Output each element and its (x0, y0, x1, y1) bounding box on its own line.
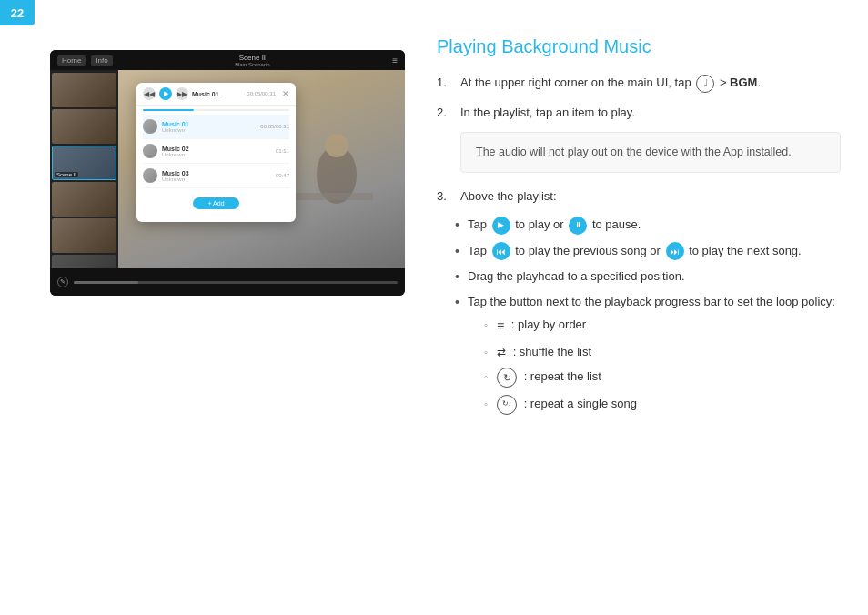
thumb-1[interactable] (52, 73, 116, 107)
popup-close-btn[interactable]: ✕ (282, 89, 289, 98)
song-item-2[interactable]: Music 02 Unknown 01:11 (143, 139, 289, 164)
sub-bullet-3: Drag the playhead to a specified positio… (455, 267, 841, 286)
play-order-icon: ≡ (497, 318, 504, 333)
thumb-3-active[interactable]: Scene II (52, 146, 116, 180)
music-note-icon: ♩ (696, 75, 714, 93)
instruction-2: 2. In the playlist, tap an item to play. (437, 104, 841, 122)
song-name-1: Music 01 (162, 121, 256, 127)
song-name-2: Music 02 (162, 146, 271, 152)
song-info-2: Music 02 Unknown (162, 146, 271, 157)
content-panel: Playing Background Music 1. At the upper… (437, 36, 841, 597)
topbar-left: Home Info (57, 55, 113, 66)
thumb-label: Scene II (55, 172, 78, 177)
home-btn[interactable]: Home (57, 55, 86, 66)
loop-policy-3: ↻ : repeat the list (484, 368, 841, 388)
screenshot-panel: Home Info Scene II Main Scenario ≡ Scene… (50, 50, 405, 296)
svg-point-5 (325, 134, 348, 157)
loop-policy-3-label: : repeat the list (524, 370, 601, 384)
song-duration-1: 00:05/00:31 (260, 124, 289, 129)
play-icon: ▶ (492, 217, 510, 235)
bottom-timeline[interactable] (74, 281, 398, 284)
loop-policy-1-label: : play by order (511, 318, 586, 331)
instruction-list: 1. At the upper right corner on the main… (437, 74, 841, 121)
song-avatar-2 (143, 144, 157, 158)
inst-text-1: At the upper right corner on the main UI… (460, 74, 841, 93)
info-btn[interactable]: Info (91, 55, 112, 66)
sub-bullet-1: Tap ▶ to play or ⏸ to pause. (455, 216, 841, 235)
loop-policy-4: ↻1 : repeat a single song (484, 395, 841, 415)
repeat-one-icon: ↻1 (497, 395, 517, 415)
device-topbar: Home Info Scene II Main Scenario ≡ (50, 50, 405, 70)
music-popup-topbar: ◀◀ ▶ ▶▶ Music 01 00:05/00:31 ✕ (136, 83, 296, 106)
next-icon: ⏭ (666, 242, 684, 260)
play-pause-control[interactable]: ▶ (159, 87, 172, 100)
shuffle-icon: ⇄ (497, 346, 506, 358)
prev-control[interactable]: ◀◀ (143, 87, 156, 100)
music-popup: ◀◀ ▶ ▶▶ Music 01 00:05/00:31 ✕ Mus (136, 83, 296, 222)
song-artist-3: Unknown (162, 176, 271, 182)
song-artist-2: Unknown (162, 152, 271, 157)
song-avatar-3 (143, 168, 157, 183)
loop-policy-2: ⇄ : shuffle the list (484, 343, 841, 361)
song-name-3: Music 03 (162, 170, 271, 176)
instruction-1: 1. At the upper right corner on the main… (437, 74, 841, 93)
song-duration-2: 01:11 (276, 148, 289, 154)
add-music-button[interactable]: + Add (193, 197, 238, 209)
bgm-label: BGM (730, 76, 757, 89)
edit-icon[interactable]: ✎ (57, 277, 68, 287)
loop-policy-4-label: : repeat a single song (524, 398, 637, 411)
bottom-timeline-fill (74, 281, 138, 284)
inst-num-3: 3. (437, 187, 453, 206)
progress-fill (143, 109, 194, 111)
popup-track-title: Music 01 (192, 91, 243, 97)
thumbnail-strip: Scene II (50, 70, 118, 268)
next-control[interactable]: ▶▶ (176, 87, 188, 100)
loop-policy-2-label: : shuffle the list (513, 345, 591, 358)
song-info-1: Music 01 Unknown (162, 121, 256, 133)
inst-text-3: Above the playlist: (460, 187, 841, 206)
song-item-1[interactable]: Music 01 Unknown 00:05/00:31 (143, 115, 289, 139)
song-info-3: Music 03 Unknown (162, 170, 271, 182)
pause-icon: ⏸ (569, 217, 587, 235)
thumb-4[interactable] (52, 182, 116, 217)
sub-bullet-4: Tap the button next to the playback prog… (455, 293, 841, 415)
song-list: Music 01 Unknown 00:05/00:31 Music 02 Un… (136, 115, 296, 188)
repeat-all-icon: ↻ (497, 368, 517, 388)
note-box: The audio will not play out on the devic… (460, 132, 841, 173)
section-title: Playing Background Music (437, 36, 841, 57)
loop-policy-list: ≡ : play by order ⇄ : shuffle the list ↻… (468, 316, 841, 415)
instruction-3: 3. Above the playlist: (437, 187, 841, 206)
topbar-right-icon: ≡ (392, 55, 398, 66)
inst-num-1: 1. (437, 74, 453, 93)
loop-policy-1: ≡ : play by order (484, 316, 841, 335)
song-item-3[interactable]: Music 03 Unknown 00:47 (143, 164, 289, 188)
page-number: 22 (0, 0, 35, 25)
inst-num-2: 2. (437, 104, 453, 122)
device-main-scene: ◀◀ ▶ ▶▶ Music 01 00:05/00:31 ✕ Mus (118, 70, 405, 268)
song-duration-3: 00:47 (276, 173, 289, 178)
inst-text-2: In the playlist, tap an item to play. (460, 104, 841, 122)
thumb-6[interactable] (52, 255, 116, 268)
prev-icon: ⏮ (492, 242, 510, 260)
bottom-icons: ✎ (57, 277, 68, 287)
song-artist-1: Unknown (162, 127, 256, 133)
sub-bullet-list: Tap ▶ to play or ⏸ to pause. Tap ⏮ to pl… (437, 216, 841, 415)
topbar-title: Scene II Main Scenario (235, 54, 269, 67)
device-mockup: Home Info Scene II Main Scenario ≡ Scene… (50, 50, 405, 296)
song-avatar-1 (143, 119, 157, 134)
popup-time-display: 00:05/00:31 (247, 91, 276, 96)
progress-bar[interactable] (143, 109, 289, 111)
device-bottombar: ✎ (50, 268, 405, 296)
sub-bullet-2: Tap ⏮ to play the previous song or ⏭ to … (455, 242, 841, 261)
thumb-2[interactable] (52, 109, 116, 144)
thumb-5[interactable] (52, 218, 116, 253)
